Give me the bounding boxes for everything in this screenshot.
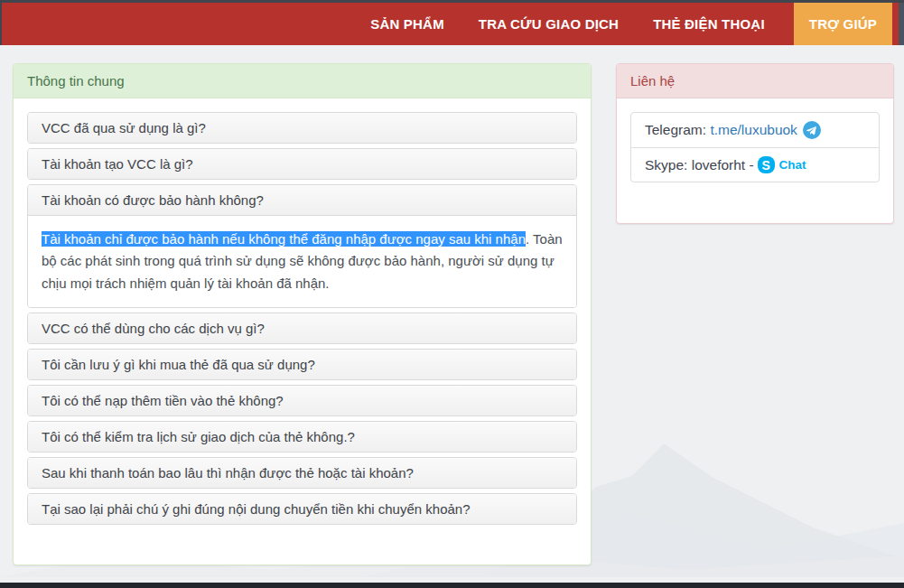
skype-chat-link[interactable]: Chat (779, 158, 806, 172)
contact-panel-title: Liên hệ (617, 64, 893, 98)
skype-icon[interactable]: S (758, 156, 775, 173)
faq-question: Sau khi thanh toán bao lâu thì nhận được… (27, 457, 577, 489)
faq-panel-title: Thông tin chung (14, 64, 591, 98)
faq-question-heading[interactable]: VCC đã qua sử dụng là gì? (28, 113, 576, 143)
top-navbar: SẢN PHẨM TRA CỨU GIAO DỊCH THẺ ĐIỆN THOẠ… (2, 3, 899, 45)
faq-question: Tôi có thể nạp thêm tiền vào thẻ không? (27, 385, 577, 416)
selected-text: Tài khoản chỉ được bảo hành nếu không th… (42, 231, 526, 247)
faq-question: Tài khoản tạo VCC là gì? (27, 148, 577, 180)
contact-row-telegram: Telegram: t.me/luxubuok (630, 112, 880, 148)
contact-row-skype: Skype: loveforht - S Chat (630, 147, 880, 182)
faq-question: Tôi cần lưu ý gì khi mua thẻ đã qua sử d… (27, 349, 577, 380)
nav-item-tro-giup-active[interactable]: TRỢ GIÚP (794, 3, 892, 45)
faq-panel: Thông tin chung VCC đã qua sử dụng là gì… (13, 63, 592, 565)
nav-item-tra-cuu-giao-dich[interactable]: TRA CỨU GIAO DỊCH (466, 3, 631, 45)
faq-question-heading[interactable]: Tôi có thể kiểm tra lịch sử giao dịch củ… (28, 422, 576, 452)
telegram-label: Telegram: (645, 122, 706, 138)
nav-item-san-pham[interactable]: SẢN PHẨM (358, 3, 457, 45)
faq-question: Tại sao lại phải chú ý ghi đúng nội dung… (27, 493, 577, 525)
skype-label: Skype: loveforht - (645, 157, 754, 173)
faq-question-heading[interactable]: Tài khoản có được bảo hành không? (28, 185, 576, 215)
page-content: Thông tin chung VCC đã qua sử dụng là gì… (0, 45, 904, 583)
nav-item-the-dien-thoai[interactable]: THẺ ĐIỆN THOẠI (640, 3, 778, 45)
telegram-link[interactable]: t.me/luxubuok (710, 122, 797, 138)
faq-question: Tôi có thể kiểm tra lịch sử giao dịch củ… (27, 421, 577, 453)
faq-question-heading[interactable]: Tài khoản tạo VCC là gì? (28, 149, 576, 179)
faq-question-expanded: Tài khoản có được bảo hành không? Tài kh… (27, 184, 577, 308)
telegram-icon[interactable] (803, 121, 821, 139)
window-edge-left (0, 0, 2, 45)
contact-panel-body: Telegram: t.me/luxubuok Skype: loveforht… (617, 98, 893, 214)
window-edge-top (0, 0, 904, 3)
faq-question-heading[interactable]: Tôi có thể nạp thêm tiền vào thẻ không? (28, 386, 576, 415)
window-edge-bottom (0, 583, 904, 588)
faq-question-heading[interactable]: Tôi cần lưu ý gì khi mua thẻ đã qua sử d… (28, 350, 576, 379)
faq-question: VCC đã qua sử dụng là gì? (27, 112, 577, 144)
contact-list: Telegram: t.me/luxubuok Skype: loveforht… (630, 112, 880, 182)
faq-answer: Tài khoản chỉ được bảo hành nếu không th… (28, 215, 576, 307)
faq-question: VCC có thể dùng cho các dịch vụ gì? (27, 313, 577, 344)
faq-question-heading[interactable]: Sau khi thanh toán bao lâu thì nhận được… (28, 458, 576, 488)
faq-question-heading[interactable]: Tại sao lại phải chú ý ghi đúng nội dung… (28, 494, 576, 524)
contact-panel: Liên hệ Telegram: t.me/luxubuok Skype: l… (616, 63, 894, 224)
faq-panel-body: VCC đã qua sử dụng là gì? Tài khoản tạo … (14, 98, 591, 543)
window-edge-right (899, 0, 904, 45)
faq-question-heading[interactable]: VCC có thể dùng cho các dịch vụ gì? (28, 313, 576, 343)
